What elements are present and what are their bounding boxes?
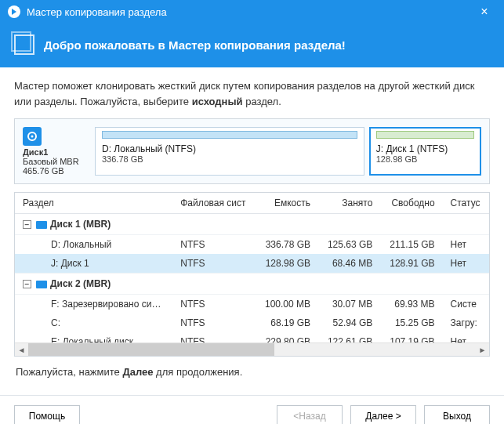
disk-name: Диск1: [23, 147, 89, 157]
app-icon: [8, 5, 20, 18]
disk-info: Диск1 Базовый MBR 465.76 GB: [23, 127, 89, 176]
disk-group-row[interactable]: −Диск 2 (MBR): [15, 274, 489, 295]
window-title: Мастер копирования раздела: [27, 6, 473, 18]
partition-size: 336.78 GB: [102, 154, 357, 164]
disk-group-row[interactable]: −Диск 1 (MBR): [15, 214, 489, 235]
scroll-left-icon[interactable]: ◄: [15, 343, 28, 357]
partition-label: J: Диск 1 (NTFS): [376, 143, 474, 154]
copy-icon: [14, 34, 34, 55]
disk-icon: [36, 221, 47, 229]
close-icon[interactable]: ×: [473, 5, 496, 19]
table-row[interactable]: D: ЛокальныйNTFS336.78 GB125.63 GB211.15…: [15, 235, 489, 255]
titlebar: Мастер копирования раздела ×: [0, 0, 504, 24]
footer-hint: Пожалуйста, нажмите Далее для продолжени…: [14, 357, 490, 387]
svg-point-1: [31, 136, 34, 138]
table-row[interactable]: F: Зарезервировано си…NTFS100.00 MB30.07…: [15, 295, 489, 314]
horizontal-scrollbar[interactable]: ◄ ►: [15, 342, 489, 356]
partition-table: РазделФайловая систЕмкостьЗанятоСвободно…: [14, 192, 490, 357]
scrollbar-thumb[interactable]: [28, 343, 274, 356]
disk-size: 465.76 GB: [23, 166, 89, 176]
back-button[interactable]: <Назад: [277, 405, 343, 424]
column-header[interactable]: Раздел: [15, 193, 172, 214]
partition-size: 128.98 GB: [376, 154, 474, 164]
disk-icon: [23, 127, 42, 146]
column-header[interactable]: Занято: [318, 193, 380, 214]
column-header[interactable]: Файловая сист: [172, 193, 256, 214]
collapse-icon[interactable]: −: [23, 220, 31, 229]
banner-text: Добро пожаловать в Мастер копирования ра…: [44, 38, 346, 52]
table-row[interactable]: J: Диск 1NTFS128.98 GB68.46 MB128.91 GBН…: [15, 254, 489, 274]
exit-button[interactable]: Выход: [424, 405, 490, 424]
help-button[interactable]: Помощь: [14, 405, 80, 424]
button-bar: Помощь <Назад Далее > Выход: [0, 395, 504, 424]
column-header[interactable]: Статус: [443, 193, 489, 214]
disk-type: Базовый MBR: [23, 157, 89, 166]
collapse-icon[interactable]: −: [23, 280, 31, 288]
usage-bar: [102, 131, 357, 139]
intro-text: Мастер поможет клонировать жесткий диск …: [14, 78, 490, 109]
scroll-right-icon[interactable]: ►: [476, 343, 489, 357]
partition-label: D: Локальный (NTFS): [102, 143, 357, 154]
column-header[interactable]: Емкость: [256, 193, 318, 214]
column-header[interactable]: Свободно: [380, 193, 442, 214]
next-button[interactable]: Далее >: [350, 405, 416, 424]
table-row[interactable]: C:NTFS68.19 GB52.94 GB15.25 GBЗагру:: [15, 313, 489, 332]
usage-bar: [376, 131, 474, 139]
disk-icon: [36, 281, 47, 288]
banner: Добро пожаловать в Мастер копирования ра…: [0, 24, 504, 67]
partition-box[interactable]: J: Диск 1 (NTFS)128.98 GB: [369, 127, 481, 176]
partition-box[interactable]: D: Локальный (NTFS)336.78 GB: [95, 127, 364, 176]
partition-map: D: Локальный (NTFS)336.78 GBJ: Диск 1 (N…: [95, 127, 481, 176]
disk-panel: Диск1 Базовый MBR 465.76 GB D: Локальный…: [14, 118, 490, 184]
